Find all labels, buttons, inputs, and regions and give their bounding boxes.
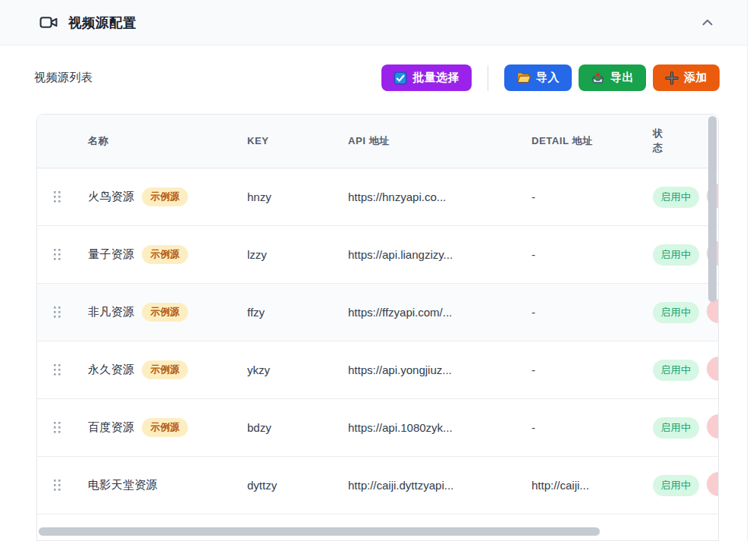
example-source-badge: 示例源 xyxy=(142,360,188,379)
source-detail-url: - xyxy=(520,248,642,261)
source-api-url: https://hnzyapi.co... xyxy=(337,190,520,203)
drag-handle-icon[interactable] xyxy=(53,306,61,319)
toolbar-buttons: 批量选择 导入 导出 xyxy=(381,64,720,91)
drag-handle-icon[interactable] xyxy=(53,363,61,376)
status-badge: 启用中 xyxy=(653,187,699,208)
source-key: ffzy xyxy=(236,306,337,319)
source-detail-url: http://caiji... xyxy=(520,479,642,492)
source-detail-url: - xyxy=(520,421,642,434)
list-title: 视频源列表 xyxy=(34,71,93,85)
horizontal-scrollbar[interactable] xyxy=(39,527,600,536)
status-badge: 启用中 xyxy=(653,475,699,496)
drag-handle-icon[interactable] xyxy=(53,479,61,492)
table-row: 百度资源 示例源 bdzy https://api.1080zyk... - 启… xyxy=(37,399,718,457)
disable-button-partial[interactable] xyxy=(707,472,719,496)
chevron-up-icon xyxy=(699,14,716,31)
open-folder-icon xyxy=(516,71,531,84)
example-source-badge: 示例源 xyxy=(142,303,188,322)
column-header-status: 状态 xyxy=(642,127,701,156)
table-row: 火鸟资源 示例源 hnzy https://hnzyapi.co... - 启用… xyxy=(37,168,718,226)
example-source-badge: 示例源 xyxy=(142,187,188,206)
add-button[interactable]: 添加 xyxy=(653,64,720,91)
table-row: 量子资源 示例源 lzzy https://api.liangzizy... -… xyxy=(37,226,718,284)
source-key: ykzy xyxy=(236,363,337,376)
video-camera-icon xyxy=(39,13,58,32)
table-row: 非凡资源 示例源 ffzy https://ffzyapi.com/... - … xyxy=(37,284,718,341)
drag-handle-icon[interactable] xyxy=(53,190,61,203)
source-key: dyttzy xyxy=(236,479,337,492)
export-label: 导出 xyxy=(610,71,634,85)
batch-select-label: 批量选择 xyxy=(413,71,460,85)
collapse-button[interactable] xyxy=(697,12,718,33)
source-detail-url: - xyxy=(520,190,642,203)
source-api-url: https://ffzyapi.com/... xyxy=(337,306,520,319)
column-header-key: KEY xyxy=(236,134,337,149)
panel-title: 视频源配置 xyxy=(68,14,136,32)
disable-button-partial[interactable] xyxy=(707,299,719,323)
source-key: bdzy xyxy=(236,421,337,434)
toolbar: 视频源列表 批量选择 导入 xyxy=(34,64,720,91)
video-source-table: 名称 KEY API 地址 DETAIL 地址 状态 火鸟资源 示例源 xyxy=(36,114,719,541)
table-body: 火鸟资源 示例源 hnzy https://hnzyapi.co... - 启用… xyxy=(37,168,718,514)
table-header-row: 名称 KEY API 地址 DETAIL 地址 状态 xyxy=(37,115,718,168)
source-key: lzzy xyxy=(236,248,337,261)
add-label: 添加 xyxy=(684,71,707,85)
table-row: 电影天堂资源 dyttzy http://caiji.dyttzyapi... … xyxy=(37,457,718,514)
source-api-url: https://api.liangzizy... xyxy=(337,248,520,261)
status-badge: 启用中 xyxy=(653,302,699,323)
plus-icon xyxy=(665,71,679,85)
disable-button-partial[interactable] xyxy=(707,357,719,381)
column-header-api: API 地址 xyxy=(337,134,520,149)
source-name: 非凡资源 xyxy=(88,305,134,319)
example-source-badge: 示例源 xyxy=(142,418,188,437)
video-source-config-panel: 视频源配置 视频源列表 批量选择 导入 xyxy=(0,0,748,541)
toolbar-divider xyxy=(488,65,488,91)
drag-handle-icon[interactable] xyxy=(53,248,61,261)
source-key: hnzy xyxy=(236,190,337,203)
drag-handle-icon[interactable] xyxy=(53,421,61,434)
source-name: 永久资源 xyxy=(88,363,134,377)
source-detail-url: - xyxy=(520,306,642,319)
status-badge: 启用中 xyxy=(653,244,699,266)
source-name: 百度资源 xyxy=(88,420,134,435)
table-row: 永久资源 示例源 ykzy https://api.yongjiuz... - … xyxy=(37,341,718,399)
source-name: 量子资源 xyxy=(88,247,134,262)
status-badge: 启用中 xyxy=(653,360,699,381)
status-badge: 启用中 xyxy=(653,417,699,439)
source-detail-url: - xyxy=(520,363,642,376)
panel-header: 视频源配置 xyxy=(0,0,747,46)
source-api-url: http://caiji.dyttzyapi... xyxy=(337,479,520,492)
vertical-scrollbar[interactable] xyxy=(708,116,717,302)
import-button[interactable]: 导入 xyxy=(504,64,572,91)
example-source-badge: 示例源 xyxy=(142,245,188,264)
column-header-name: 名称 xyxy=(77,134,236,149)
source-name: 火鸟资源 xyxy=(88,190,134,204)
source-api-url: https://api.1080zyk... xyxy=(337,421,520,434)
outbox-tray-icon xyxy=(591,71,605,84)
export-button[interactable]: 导出 xyxy=(579,64,646,91)
disable-button-partial[interactable] xyxy=(707,414,719,439)
batch-select-button[interactable]: 批量选择 xyxy=(381,64,472,91)
import-label: 导入 xyxy=(536,71,560,85)
column-header-detail: DETAIL 地址 xyxy=(520,134,642,149)
source-name: 电影天堂资源 xyxy=(88,478,158,492)
source-api-url: https://api.yongjiuz... xyxy=(337,363,520,376)
checkbox-checked-icon xyxy=(394,71,407,85)
